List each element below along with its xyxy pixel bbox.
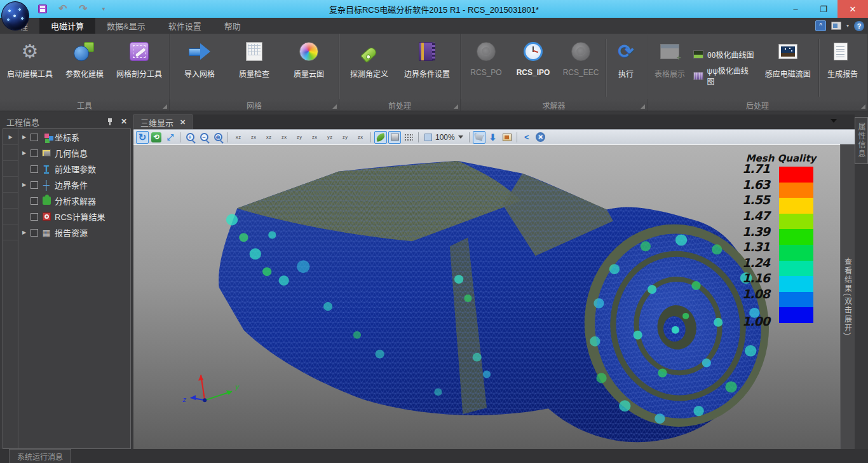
- display-mode-icon[interactable]: [831, 22, 841, 30]
- pan-button[interactable]: ⤢: [164, 131, 177, 144]
- dialog-launcher-icon[interactable]: [861, 104, 865, 109]
- checkbox[interactable]: [31, 229, 38, 237]
- expand-icon[interactable]: ▶: [21, 182, 27, 188]
- view-preset-8-button[interactable]: zy: [338, 131, 352, 144]
- expand-icon[interactable]: ▶: [21, 230, 27, 235]
- tree-item-geometry-info[interactable]: ▶ 几何信息: [18, 145, 130, 161]
- tree-item-boundary-conditions[interactable]: ▶ ┼ 边界条件: [18, 177, 130, 193]
- pin-icon[interactable]: [107, 118, 113, 125]
- expand-icon[interactable]: ▶: [21, 150, 27, 156]
- close-view-button[interactable]: ✕: [534, 131, 547, 144]
- axis-y-label: y: [234, 384, 240, 391]
- points-view-button[interactable]: [402, 131, 415, 144]
- help-button[interactable]: ?: [854, 21, 864, 31]
- zoom-fit-icon: ⊕: [214, 133, 222, 141]
- expand-icon[interactable]: ▶: [21, 134, 27, 140]
- view-preset-9-button[interactable]: zx: [353, 131, 367, 144]
- tab-em-computation[interactable]: 电磁计算: [39, 18, 95, 34]
- view-preset-3-button[interactable]: xz: [262, 131, 276, 144]
- generate-report-button[interactable]: 生成报告: [820, 36, 865, 99]
- tab-software-settings[interactable]: 软件设置: [157, 18, 213, 34]
- collapse-ribbon-button[interactable]: ^: [815, 20, 826, 31]
- tree-item-analysis-solver[interactable]: 分析求解器: [18, 193, 130, 209]
- tree-item-preprocess-params[interactable]: T 前处理参数: [18, 161, 130, 177]
- gear-icon: ⚙: [22, 42, 39, 61]
- view-preset-2-button[interactable]: zx: [247, 131, 261, 144]
- tab-close-icon[interactable]: ✕: [180, 118, 186, 127]
- view-preset-4-button[interactable]: zx: [277, 131, 291, 144]
- checkbox[interactable]: [31, 213, 38, 221]
- tree-item-report-resources[interactable]: ▶ ▦ 报告资源: [18, 225, 130, 240]
- view-preset-6-button[interactable]: zx: [308, 131, 322, 144]
- property-info-tab[interactable]: 属性信息: [855, 117, 868, 164]
- parametric-model-icon: [74, 42, 95, 61]
- group-label-solver: 求解器: [542, 100, 565, 111]
- boundary-settings-button[interactable]: 边界条件设置: [397, 36, 458, 99]
- dialog-launcher-icon[interactable]: [641, 104, 645, 109]
- view-preset-1-button[interactable]: xz: [231, 131, 245, 144]
- checkbox[interactable]: [31, 149, 38, 157]
- shaded-view-button[interactable]: [374, 131, 387, 144]
- tab-help[interactable]: 帮助: [213, 18, 252, 34]
- text-T-icon: T: [44, 165, 50, 174]
- restore-button[interactable]: ❐: [810, 0, 837, 18]
- execute-button[interactable]: ⟳ 执行: [607, 36, 644, 99]
- quick-access-more-button[interactable]: ▾: [98, 3, 109, 15]
- dialog-launcher-icon[interactable]: [332, 104, 337, 109]
- system-message-tab[interactable]: 系统运行消息: [9, 449, 71, 463]
- import-mesh-button[interactable]: 导入网格: [172, 36, 227, 99]
- checkbox[interactable]: [31, 197, 38, 205]
- mesh-partition-tool-button[interactable]: 网格剖分工具: [112, 36, 166, 99]
- view-preset-7-button[interactable]: yz: [323, 131, 337, 144]
- app-logo-icon[interactable]: [1, 1, 29, 31]
- psi-polarization-curve-button[interactable]: ψψ极化曲线图: [693, 65, 754, 86]
- region-select-button[interactable]: [473, 131, 485, 144]
- tree-item-rcs-results[interactable]: RCS计算结果: [18, 209, 130, 225]
- undo-button[interactable]: ↶: [57, 3, 69, 15]
- dialog-launcher-icon[interactable]: [163, 104, 167, 109]
- tab-data-display[interactable]: 数据&显示: [95, 18, 157, 34]
- theta-polarization-curve-button[interactable]: θθ极化曲线图: [693, 49, 754, 60]
- checkbox[interactable]: [31, 181, 38, 189]
- zoom-in-button[interactable]: +: [184, 131, 196, 144]
- table-window-icon: [660, 44, 679, 59]
- tree-item-coordinate-system[interactable]: ▶ 坐标系: [18, 129, 130, 145]
- zoom-swatch-icon: [424, 134, 432, 141]
- zoom-fit-button[interactable]: ⊕: [212, 131, 224, 144]
- solver-disc-icon: [477, 42, 496, 61]
- save-button[interactable]: [37, 3, 48, 15]
- results-collapsed-tab[interactable]: 查看结果(双击展开): [840, 144, 855, 449]
- mesh-model: y z: [133, 145, 840, 449]
- panel-close-icon[interactable]: ✕: [121, 117, 127, 126]
- launch-modeler-button[interactable]: ⚙ 启动建模工具: [3, 36, 57, 99]
- quality-check-button[interactable]: 质量检查: [227, 36, 281, 99]
- group-label-tools: 工具: [77, 100, 92, 111]
- rotate-button[interactable]: ↻: [136, 131, 149, 144]
- table-view-button: 表格展示: [650, 36, 689, 99]
- capture-window-button[interactable]: [501, 131, 513, 144]
- surface-view-button[interactable]: [388, 131, 401, 144]
- view-preset-5-button[interactable]: zy: [292, 131, 306, 144]
- orbit-button[interactable]: ⟲: [150, 131, 163, 144]
- probe-angle-button[interactable]: 探测角定义: [342, 36, 397, 99]
- minimize-button[interactable]: –: [782, 0, 810, 18]
- quality-contour-button[interactable]: 质量云图: [281, 36, 336, 99]
- surface-icon: [391, 134, 399, 141]
- toolbar-overflow-icon[interactable]: [831, 119, 837, 123]
- save-view-button[interactable]: ⬇: [487, 131, 499, 144]
- checkbox[interactable]: [31, 165, 38, 173]
- display-mode-dropdown[interactable]: ▾: [846, 23, 849, 29]
- zoom-out-icon: −: [200, 133, 208, 141]
- tab-3d-display[interactable]: 三维显示 ✕: [133, 114, 193, 129]
- parametric-modeling-button[interactable]: 参数化建模: [57, 36, 112, 99]
- share-button[interactable]: <: [520, 131, 533, 144]
- zoom-level-select[interactable]: 100%: [422, 131, 466, 144]
- induced-current-map-button[interactable]: 感应电磁流图: [758, 36, 817, 99]
- checkbox[interactable]: [31, 134, 38, 141]
- render-canvas[interactable]: y z Mesh Quality 1.71 1.63 1.55 1.47 1.3…: [133, 144, 840, 449]
- rcs-ipo-button[interactable]: RCS_IPO: [509, 36, 557, 99]
- close-button[interactable]: ✕: [837, 0, 868, 18]
- zoom-out-button[interactable]: −: [198, 131, 210, 144]
- dialog-launcher-icon[interactable]: [454, 104, 458, 109]
- redo-button[interactable]: ↷: [78, 3, 89, 15]
